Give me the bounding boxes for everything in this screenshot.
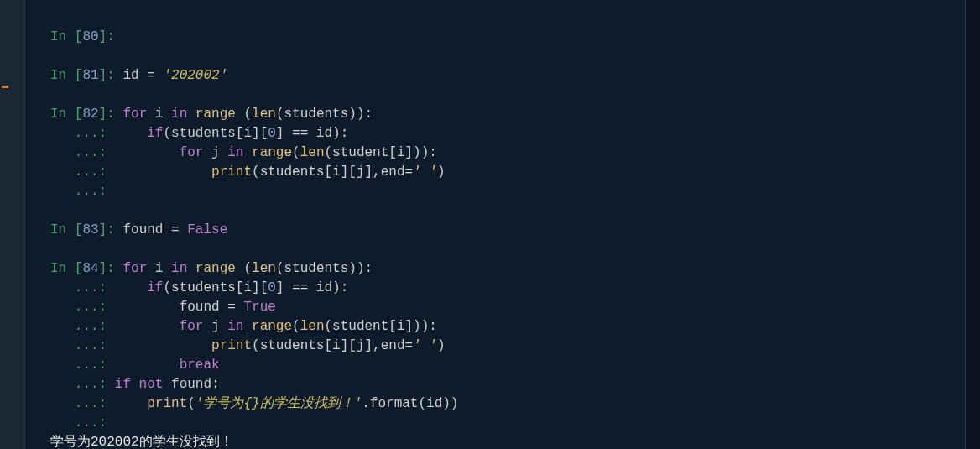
- scrollbar[interactable]: [965, 0, 980, 449]
- code-area[interactable]: In [80]: In [81]: id = '202002' In [82]:…: [25, 0, 963, 449]
- cell-81: In [81]: id = '202002': [50, 68, 227, 83]
- continuation-prompt: ...:: [50, 338, 115, 353]
- continuation-prompt: ...:: [50, 358, 115, 373]
- output-line: 学号为202002的学生没找到！: [50, 435, 233, 449]
- continuation-prompt: ...:: [50, 319, 115, 334]
- in-prompt: In [83]:: [50, 222, 122, 238]
- cell-82: In [82]: for i in range (len(students)):…: [50, 107, 446, 199]
- cell-80: In [80]:: [50, 29, 122, 44]
- editor-gutter: [0, 0, 25, 449]
- cell-84: In [84]: for i in range (len(students)):…: [50, 261, 458, 431]
- in-prompt: In [80]:: [50, 29, 122, 44]
- continuation-prompt: ...:: [50, 184, 115, 199]
- continuation-prompt: ...:: [50, 164, 115, 180]
- in-prompt: In [84]:: [50, 261, 122, 276]
- continuation-prompt: ...:: [50, 145, 115, 160]
- continuation-prompt: ...:: [50, 300, 115, 315]
- continuation-prompt: ...:: [50, 415, 115, 431]
- continuation-prompt: ...:: [50, 126, 115, 141]
- gutter-marker: [2, 86, 8, 88]
- continuation-prompt: ...:: [50, 280, 115, 295]
- continuation-prompt: ...:: [50, 396, 115, 411]
- continuation-prompt: ...:: [50, 377, 115, 392]
- in-prompt: In [82]:: [50, 107, 122, 122]
- cell-83: In [83]: found = False: [50, 222, 227, 238]
- in-prompt: In [81]:: [50, 68, 122, 83]
